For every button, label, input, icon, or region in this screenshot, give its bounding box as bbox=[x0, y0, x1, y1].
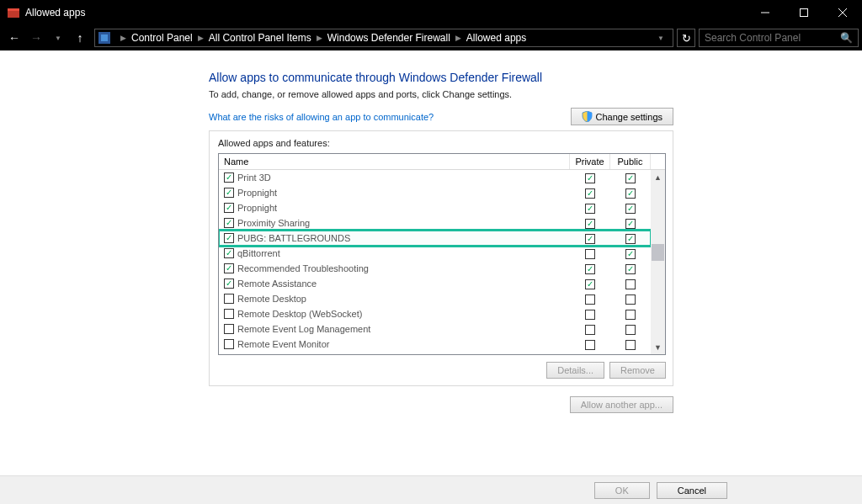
checkbox[interactable]: ✓ bbox=[585, 173, 595, 183]
checkbox[interactable]: ✓ bbox=[585, 340, 595, 350]
checkbox[interactable]: ✓ bbox=[585, 249, 595, 259]
change-settings-label: Change settings bbox=[596, 112, 663, 122]
checkbox[interactable]: ✓ bbox=[224, 233, 234, 243]
checkbox[interactable]: ✓ bbox=[625, 294, 636, 305]
app-row[interactable]: ✓Remote Assistance✓✓ bbox=[219, 276, 651, 291]
app-row[interactable]: ✓Propnight✓✓ bbox=[219, 200, 651, 215]
details-button[interactable]: Details... bbox=[546, 362, 604, 379]
scroll-thumb[interactable] bbox=[652, 244, 664, 261]
maximize-button[interactable] bbox=[785, 0, 823, 25]
checkbox[interactable]: ✓ bbox=[585, 204, 595, 214]
checkbox[interactable]: ✓ bbox=[585, 294, 595, 305]
column-name[interactable]: Name bbox=[219, 154, 570, 169]
address-bar[interactable]: ▶ Control Panel ▶ All Control Panel Item… bbox=[94, 29, 673, 47]
svg-rect-1 bbox=[8, 8, 19, 11]
checkbox[interactable]: ✓ bbox=[224, 263, 234, 273]
checkbox[interactable]: ✓ bbox=[224, 279, 234, 289]
checkbox[interactable]: ✓ bbox=[224, 218, 234, 228]
recent-button[interactable]: ▼ bbox=[47, 27, 69, 49]
change-settings-button[interactable]: Change settings bbox=[571, 108, 674, 125]
checkbox[interactable]: ✓ bbox=[585, 219, 595, 229]
breadcrumb-item[interactable]: Control Panel bbox=[131, 32, 193, 44]
app-row[interactable]: ✓PUBG: BATTLEGROUNDS✓✓ bbox=[219, 231, 651, 246]
checkbox[interactable]: ✓ bbox=[625, 188, 636, 199]
checkbox[interactable]: ✓ bbox=[224, 309, 234, 319]
breadcrumb-item[interactable]: All Control Panel Items bbox=[209, 32, 311, 44]
scroll-up-icon[interactable]: ▲ bbox=[651, 170, 665, 184]
checkbox[interactable]: ✓ bbox=[585, 325, 595, 335]
search-box[interactable]: 🔍 bbox=[699, 29, 859, 47]
app-row[interactable]: ✓Proximity Sharing✓✓ bbox=[219, 215, 651, 231]
app-row[interactable]: ✓Remote Desktop✓✓ bbox=[219, 291, 651, 306]
svg-rect-7 bbox=[101, 34, 108, 41]
checkbox[interactable]: ✓ bbox=[625, 310, 636, 320]
checkbox[interactable]: ✓ bbox=[585, 234, 595, 244]
allowed-apps-panel: Allowed apps and features: Name Private … bbox=[209, 130, 673, 386]
app-name: Propnight bbox=[237, 203, 277, 213]
search-input[interactable] bbox=[705, 32, 840, 44]
checkbox[interactable]: ✓ bbox=[224, 188, 234, 198]
checkbox[interactable]: ✓ bbox=[625, 234, 636, 244]
app-row[interactable]: ✓Print 3D✓✓ bbox=[219, 170, 651, 185]
address-dropdown-icon[interactable]: ▼ bbox=[652, 34, 669, 42]
titlebar: Allowed apps bbox=[0, 0, 862, 25]
checkbox[interactable]: ✓ bbox=[625, 279, 636, 289]
checkbox[interactable]: ✓ bbox=[625, 204, 636, 214]
checkbox[interactable]: ✓ bbox=[585, 279, 595, 289]
column-public[interactable]: Public bbox=[610, 154, 651, 169]
cancel-button[interactable]: Cancel bbox=[657, 482, 727, 499]
app-row[interactable]: ✓Remote Event Monitor✓✓ bbox=[219, 337, 651, 352]
scroll-down-icon[interactable]: ▼ bbox=[651, 340, 665, 354]
app-name: Remote Desktop (WebSocket) bbox=[237, 309, 362, 319]
checkbox[interactable]: ✓ bbox=[224, 172, 234, 183]
app-row[interactable]: ✓Propnight✓✓ bbox=[219, 185, 651, 200]
app-row[interactable]: ✓Remote Desktop (WebSocket)✓✓ bbox=[219, 306, 651, 321]
app-icon bbox=[7, 6, 20, 19]
remove-button[interactable]: Remove bbox=[609, 362, 666, 379]
app-name: Print 3D bbox=[237, 172, 271, 183]
allow-another-app-button[interactable]: Allow another app... bbox=[570, 396, 673, 413]
client-area: Allow apps to communicate through Window… bbox=[0, 50, 862, 475]
app-row[interactable]: ✓Recommended Troubleshooting✓✓ bbox=[219, 261, 651, 276]
checkbox[interactable]: ✓ bbox=[625, 340, 636, 350]
checkbox[interactable]: ✓ bbox=[585, 264, 595, 274]
search-icon: 🔍 bbox=[840, 32, 853, 44]
checkbox[interactable]: ✓ bbox=[625, 249, 636, 259]
checkbox[interactable]: ✓ bbox=[625, 264, 636, 274]
checkbox[interactable]: ✓ bbox=[224, 324, 234, 334]
control-panel-icon bbox=[98, 32, 110, 44]
navbar: ← → ▼ ↑ ▶ Control Panel ▶ All Control Pa… bbox=[0, 25, 862, 50]
app-name: PUBG: BATTLEGROUNDS bbox=[237, 233, 350, 243]
checkbox[interactable]: ✓ bbox=[224, 203, 234, 213]
up-button[interactable]: ↑ bbox=[69, 27, 91, 49]
back-button[interactable]: ← bbox=[3, 27, 25, 49]
checkbox[interactable]: ✓ bbox=[625, 219, 636, 229]
panel-title: Allowed apps and features: bbox=[218, 138, 666, 148]
chevron-right-icon: ▶ bbox=[455, 34, 461, 42]
checkbox[interactable]: ✓ bbox=[585, 188, 595, 199]
checkbox[interactable]: ✓ bbox=[585, 310, 595, 320]
app-row[interactable]: ✓Remote Event Log Management✓✓ bbox=[219, 321, 651, 337]
ok-button[interactable]: OK bbox=[594, 482, 650, 499]
checkbox[interactable]: ✓ bbox=[224, 248, 234, 258]
close-button[interactable] bbox=[823, 0, 862, 25]
refresh-button[interactable]: ↻ bbox=[677, 29, 695, 47]
checkbox[interactable]: ✓ bbox=[625, 173, 636, 183]
page-subtext: To add, change, or remove allowed apps a… bbox=[209, 89, 673, 99]
app-name: Remote Event Log Management bbox=[237, 324, 370, 334]
column-private[interactable]: Private bbox=[570, 154, 610, 169]
checkbox[interactable]: ✓ bbox=[224, 294, 234, 304]
scrollbar[interactable]: ▲ ▼ bbox=[651, 170, 665, 354]
checkbox[interactable]: ✓ bbox=[224, 339, 234, 349]
breadcrumb-item[interactable]: Windows Defender Firewall bbox=[327, 32, 450, 44]
forward-button[interactable]: → bbox=[25, 27, 47, 49]
risks-link[interactable]: What are the risks of allowing an app to… bbox=[209, 112, 434, 122]
chevron-right-icon: ▶ bbox=[120, 34, 126, 42]
shield-icon bbox=[582, 111, 593, 122]
app-row[interactable]: ✓qBittorrent✓✓ bbox=[219, 246, 651, 261]
apps-list: Name Private Public ✓Print 3D✓✓✓Propnigh… bbox=[218, 153, 666, 355]
minimize-button[interactable] bbox=[746, 0, 785, 25]
breadcrumb-item[interactable]: Allowed apps bbox=[466, 32, 526, 44]
checkbox[interactable]: ✓ bbox=[625, 325, 636, 335]
window-title: Allowed apps bbox=[25, 7, 85, 19]
